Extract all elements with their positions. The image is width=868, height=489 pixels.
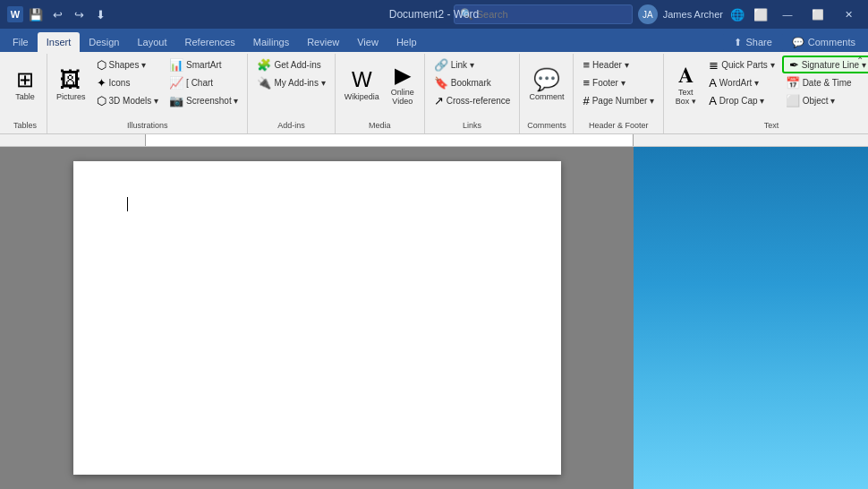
window-title: Document2 - Word xyxy=(389,8,479,21)
link-label: Link ▾ xyxy=(451,60,474,70)
icons-label: Icons xyxy=(109,78,131,88)
tab-review[interactable]: Review xyxy=(298,32,348,52)
tab-mailings[interactable]: Mailings xyxy=(244,32,298,52)
wikipedia-icon: W xyxy=(352,69,372,90)
links-col: 🔗 Link ▾ 🔖 Bookmark ↗ Cross-reference xyxy=(430,56,515,109)
ribbon-collapse-button[interactable]: ⌃ xyxy=(854,54,866,66)
user-area: JA James Archer xyxy=(638,4,723,24)
wordart-button[interactable]: A WordArt ▾ xyxy=(705,73,778,91)
screenshot-button[interactable]: 📷 Screenshot ▾ xyxy=(166,91,242,109)
comment-button[interactable]: 💬 Comment xyxy=(525,56,567,115)
quick-parts-button[interactable]: ≣ Quick Parts ▾ xyxy=(705,56,778,73)
ribbon-group-tables: ⊞ Table Tables xyxy=(4,54,47,133)
page-number-label: Page Number ▾ xyxy=(592,96,654,106)
quick-parts-icon: ≣ xyxy=(709,58,719,72)
ruler-inner xyxy=(145,134,634,146)
wordart-label: WordArt ▾ xyxy=(719,78,759,88)
shapes-button[interactable]: ⬡ Shapes ▾ xyxy=(93,56,163,73)
chart-label: [ Chart xyxy=(186,78,213,88)
my-addins-button[interactable]: 🔌 My Add-ins ▾ xyxy=(253,73,328,91)
page-number-button[interactable]: # Page Number ▾ xyxy=(579,91,658,109)
tab-help[interactable]: Help xyxy=(387,32,426,52)
screenshot-icon: 📷 xyxy=(169,94,183,107)
textbox-icon: 𝐀 xyxy=(678,64,694,86)
search-input[interactable] xyxy=(477,9,626,20)
title-bar: W 💾 ↩ ↪ ⬇ Document2 - Word 🔍 JA James Ar… xyxy=(0,0,868,29)
comments-button[interactable]: 💬 Comments xyxy=(783,32,864,52)
document-scroll[interactable] xyxy=(0,147,634,489)
addins-col: 🧩 Get Add-ins 🔌 My Add-ins ▾ xyxy=(253,56,328,91)
ribbon-display-button[interactable]: ⬜ xyxy=(752,5,770,23)
comment-label: Comment xyxy=(529,92,564,101)
tab-file[interactable]: File xyxy=(4,32,38,52)
object-button[interactable]: ⬜ Object ▾ xyxy=(782,91,868,109)
wordart-icon: A xyxy=(709,76,717,90)
title-bar-right: 🔍 JA James Archer 🌐 ⬜ — ⬜ ✕ xyxy=(454,2,861,27)
minimize-button[interactable]: — xyxy=(775,2,800,27)
share-button[interactable]: ⬆ Share xyxy=(723,32,782,52)
text-buttons: 𝐀 Text Box ▾ ≣ Quick Parts ▾ A WordArt ▾… xyxy=(669,56,868,119)
drop-cap-button[interactable]: A Drop Cap ▾ xyxy=(705,91,778,109)
customize-qat-button[interactable]: ⬇ xyxy=(91,5,109,23)
tab-layout[interactable]: Layout xyxy=(129,32,176,52)
wikipedia-button[interactable]: W Wikipedia xyxy=(341,56,383,115)
cross-reference-button[interactable]: ↗ Cross-reference xyxy=(430,91,515,109)
object-label: Object ▾ xyxy=(803,96,836,106)
pictures-button[interactable]: 🖼 Pictures xyxy=(53,56,89,115)
text-cursor xyxy=(127,197,128,211)
cross-reference-icon: ↗ xyxy=(434,94,444,107)
table-label: Table xyxy=(15,92,35,101)
tables-buttons: ⊞ Table xyxy=(9,56,41,119)
chart-button[interactable]: 📈 [ Chart xyxy=(166,73,242,91)
ruler xyxy=(0,134,868,147)
document-area xyxy=(0,147,868,489)
link-button[interactable]: 🔗 Link ▾ xyxy=(430,56,515,73)
3d-models-button[interactable]: ⬡ 3D Models ▾ xyxy=(93,91,163,109)
comments-group-label: Comments xyxy=(525,119,567,132)
header-footer-group-label: Header & Footer xyxy=(579,119,658,132)
search-box[interactable]: 🔍 xyxy=(454,4,633,24)
undo-button[interactable]: ↩ xyxy=(48,5,66,23)
icons-icon: ✦ xyxy=(97,76,106,90)
redo-button[interactable]: ↪ xyxy=(70,5,88,23)
footer-button[interactable]: ≡ Footer ▾ xyxy=(579,73,658,91)
save-button[interactable]: 💾 xyxy=(27,5,45,23)
user-avatar: JA xyxy=(638,4,658,24)
ribbon-group-media: W Wikipedia ▶ Online Video Media xyxy=(336,54,425,133)
quick-parts-label: Quick Parts ▾ xyxy=(721,60,774,70)
pictures-label: Pictures xyxy=(56,92,86,101)
tab-insert[interactable]: Insert xyxy=(38,32,81,52)
online-video-button[interactable]: ▶ Online Video xyxy=(387,56,419,115)
shapes-label: Shapes ▾ xyxy=(109,60,147,70)
smartart-button[interactable]: 📊 SmartArt xyxy=(166,56,242,73)
bookmark-button[interactable]: 🔖 Bookmark xyxy=(430,73,515,91)
get-addins-label: Get Add-ins xyxy=(274,60,320,70)
tab-references[interactable]: References xyxy=(176,32,244,52)
smartart-label: SmartArt xyxy=(186,60,221,70)
maximize-button[interactable]: ⬜ xyxy=(805,2,830,27)
ribbon-group-addins: 🧩 Get Add-ins 🔌 My Add-ins ▾ Add-ins xyxy=(248,54,335,133)
tab-design[interactable]: Design xyxy=(80,32,128,52)
get-addins-icon: 🧩 xyxy=(257,58,271,72)
tab-view[interactable]: View xyxy=(348,32,387,52)
addins-buttons: 🧩 Get Add-ins 🔌 My Add-ins ▾ xyxy=(253,56,328,119)
icons-button[interactable]: ✦ Icons xyxy=(93,73,163,91)
footer-label: Footer ▾ xyxy=(592,78,625,88)
date-time-button[interactable]: 📅 Date & Time xyxy=(782,73,868,91)
screenshot-label: Screenshot ▾ xyxy=(186,96,238,106)
title-bar-left: W 💾 ↩ ↪ ⬇ xyxy=(7,5,109,23)
globe-icon[interactable]: 🌐 xyxy=(728,5,746,23)
close-button[interactable]: ✕ xyxy=(836,2,861,27)
3d-models-label: 3D Models ▾ xyxy=(109,96,159,106)
cross-reference-label: Cross-reference xyxy=(447,96,511,106)
document-page[interactable] xyxy=(73,161,561,475)
comments-label: Comments xyxy=(808,37,855,47)
table-button[interactable]: ⊞ Table xyxy=(9,56,41,115)
textbox-button[interactable]: 𝐀 Text Box ▾ xyxy=(669,56,702,115)
word-icon: W xyxy=(7,6,23,22)
illustrations-group-label: Illustrations xyxy=(53,119,242,132)
object-icon: ⬜ xyxy=(786,94,800,107)
get-addins-button[interactable]: 🧩 Get Add-ins xyxy=(253,56,328,73)
header-button[interactable]: ≡ Header ▾ xyxy=(579,56,658,73)
ribbon-group-header-footer: ≡ Header ▾ ≡ Footer ▾ # Page Number ▾ He… xyxy=(574,54,664,133)
